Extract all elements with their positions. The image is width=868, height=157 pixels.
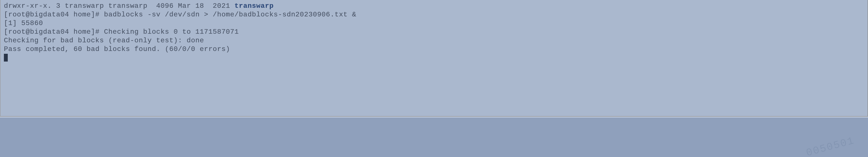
terminal-line: [1] 55860 — [4, 19, 864, 28]
terminal-line: drwxr-xr-x. 3 transwarp transwarp 4096 M… — [4, 2, 864, 10]
terminal-text: drwxr-xr-x. 3 transwarp transwarp 4096 M… — [4, 2, 235, 10]
terminal-output: drwxr-xr-x. 3 transwarp transwarp 4096 M… — [4, 2, 864, 54]
terminal-window[interactable]: drwxr-xr-x. 3 transwarp transwarp 4096 M… — [0, 0, 868, 116]
terminal-cursor — [4, 54, 8, 61]
terminal-text: Pass completed, 60 bad blocks found. (60… — [4, 45, 230, 53]
terminal-line: Pass completed, 60 bad blocks found. (60… — [4, 45, 864, 54]
desktop-panel: 0050501 — [0, 116, 868, 157]
terminal-line: [root@bigdata04 home]# badblocks -sv /de… — [4, 10, 864, 19]
terminal-line: Checking for bad blocks (read-only test)… — [4, 36, 864, 45]
terminal-line: [root@bigdata04 home]# Checking blocks 0… — [4, 28, 864, 36]
watermark-text: 0050501 — [805, 135, 856, 157]
terminal-text: [root@bigdata04 home]# badblocks -sv /de… — [4, 10, 356, 19]
terminal-text: Checking for bad blocks (read-only test)… — [4, 36, 204, 45]
directory-name: transwarp — [235, 2, 274, 10]
terminal-text: [1] 55860 — [4, 19, 43, 27]
terminal-text: [root@bigdata04 home]# Checking blocks 0… — [4, 28, 239, 36]
